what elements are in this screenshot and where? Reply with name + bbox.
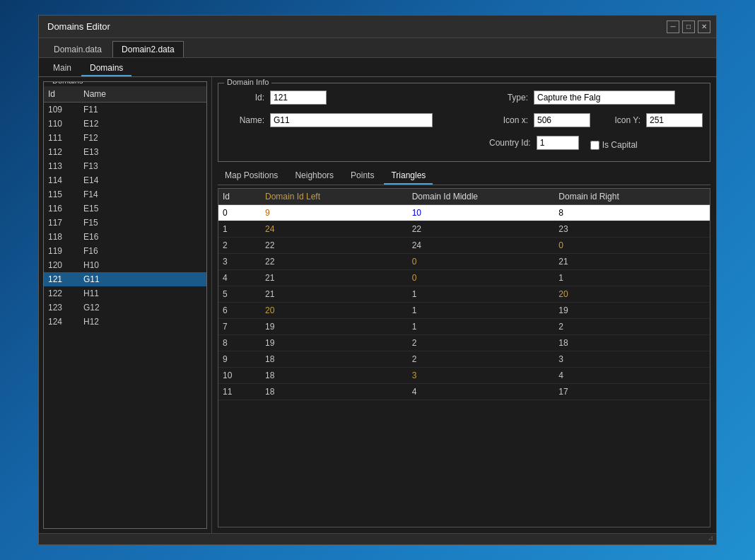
- list-item[interactable]: 109F11: [44, 103, 206, 117]
- col-id-header: Id: [48, 89, 83, 99]
- id-input[interactable]: [270, 91, 327, 105]
- country-input[interactable]: [537, 136, 579, 150]
- sidebar-header: Id Name: [44, 86, 206, 103]
- table-row[interactable]: 10 18 3 4: [218, 368, 710, 384]
- icon-y-row: Icon Y:: [602, 113, 703, 127]
- table-row[interactable]: 8 19 2 18: [218, 335, 710, 351]
- file-tab-domain[interactable]: Domain.data: [45, 41, 111, 57]
- domain-info-group: Domain Info Id: Name:: [218, 83, 710, 162]
- window-controls: ─ □ ✕: [667, 21, 710, 33]
- sidebar: Domains Id Name 109F11110E12111F12112E13…: [39, 77, 212, 533]
- tab-triangles[interactable]: Triangles: [384, 168, 433, 185]
- icon-y-label: Icon Y:: [602, 115, 640, 125]
- domain-info-label: Domain Info: [224, 78, 271, 86]
- file-tab-domain2[interactable]: Domain2.data: [112, 41, 184, 57]
- list-item[interactable]: 115F14: [44, 187, 206, 202]
- table-row[interactable]: 4 21 0 1: [218, 270, 710, 286]
- icon-y-input[interactable]: [646, 113, 703, 127]
- tab-map-positions[interactable]: Map Positions: [218, 168, 285, 185]
- sidebar-group-label: Domains: [49, 81, 86, 85]
- list-item[interactable]: 118E16: [44, 230, 206, 244]
- resize-handle[interactable]: ⊿: [708, 534, 713, 542]
- table-row[interactable]: 2 22 24 0: [218, 238, 710, 254]
- tab-neighbors[interactable]: Neighbors: [288, 168, 341, 185]
- name-label: Name:: [226, 115, 264, 125]
- list-item[interactable]: 123G12: [44, 301, 206, 315]
- th-middle: Domain Id Middle: [412, 192, 559, 202]
- type-select[interactable]: Capture the FalgDeathmatchKing of the Hi…: [534, 91, 675, 105]
- is-capital-checkbox[interactable]: [590, 141, 599, 150]
- tab-main[interactable]: Main: [45, 61, 80, 76]
- close-button[interactable]: ✕: [698, 21, 710, 33]
- type-label: Type:: [489, 93, 528, 103]
- list-item[interactable]: 114E14: [44, 173, 206, 187]
- status-bar: [39, 533, 716, 544]
- file-tabs: Domain.data Domain2.data: [39, 38, 716, 58]
- icon-x-input[interactable]: [534, 113, 590, 127]
- minimize-button[interactable]: ─: [667, 21, 679, 33]
- list-item[interactable]: 110E12: [44, 117, 206, 131]
- main-tabs: Main Domains: [39, 58, 716, 77]
- icon-x-row: Icon x:: [489, 113, 590, 127]
- table-row[interactable]: 3 22 0 21: [218, 254, 710, 270]
- table-row[interactable]: 1 24 22 23: [218, 221, 710, 238]
- maximize-button[interactable]: □: [682, 21, 695, 33]
- th-id: Id: [223, 192, 265, 202]
- detail-tabs: Map Positions Neighbors Points Triangles: [218, 168, 710, 185]
- list-item[interactable]: 119F16: [44, 244, 206, 258]
- country-label: Country Id:: [489, 138, 531, 148]
- list-item[interactable]: 117F15: [44, 216, 206, 230]
- triangles-table: Id Domain Id Left Domain Id Middle Domai…: [218, 188, 710, 527]
- list-item[interactable]: 112E13: [44, 145, 206, 159]
- table-header: Id Domain Id Left Domain Id Middle Domai…: [218, 189, 710, 205]
- is-capital-label[interactable]: Is Capital: [590, 140, 638, 150]
- list-item[interactable]: 120H10: [44, 258, 206, 272]
- list-item[interactable]: 121G11: [44, 272, 206, 286]
- table-body[interactable]: 0 9 10 8 1 24 22 23 2 22 24 0 3 22 0 21 …: [218, 205, 710, 527]
- table-row[interactable]: 0 9 10 8: [218, 205, 710, 221]
- content-area: Domains Id Name 109F11110E12111F12112E13…: [39, 77, 716, 533]
- sidebar-list[interactable]: 109F11110E12111F12112E13113F13114E14115F…: [44, 103, 206, 528]
- country-row: Country Id:: [489, 136, 579, 150]
- table-row[interactable]: 5 21 1 20: [218, 286, 710, 303]
- window-title: Domains Editor: [45, 21, 667, 32]
- th-right: Domain id Right: [558, 192, 706, 202]
- tab-points[interactable]: Points: [344, 168, 381, 185]
- col-name-header: Name: [83, 89, 202, 99]
- list-item[interactable]: 122H11: [44, 286, 206, 301]
- main-panel: Domain Info Id: Name:: [212, 77, 716, 533]
- icon-x-label: Icon x:: [489, 115, 528, 125]
- title-bar: Domains Editor ─ □ ✕: [39, 16, 716, 38]
- domains-group: Domains Id Name 109F11110E12111F12112E13…: [43, 81, 207, 529]
- name-row: Name:: [226, 113, 433, 127]
- th-left: Domain Id Left: [265, 192, 412, 202]
- list-item[interactable]: 116E15: [44, 202, 206, 216]
- main-window: Domains Editor ─ □ ✕ Domain.data Domain2…: [38, 15, 717, 545]
- list-item[interactable]: 113F13: [44, 159, 206, 173]
- table-row[interactable]: 7 19 1 2: [218, 319, 710, 335]
- name-input[interactable]: [270, 113, 433, 127]
- table-row[interactable]: 11 18 4 17: [218, 384, 710, 400]
- tab-domains[interactable]: Domains: [81, 61, 131, 76]
- list-item[interactable]: 124H12: [44, 315, 206, 329]
- id-label: Id:: [226, 93, 264, 103]
- table-row[interactable]: 6 20 1 19: [218, 303, 710, 319]
- type-row: Type: Capture the FalgDeathmatchKing of …: [489, 91, 703, 105]
- table-row[interactable]: 9 18 2 3: [218, 351, 710, 368]
- list-item[interactable]: 111F12: [44, 131, 206, 145]
- id-row: Id:: [226, 91, 433, 105]
